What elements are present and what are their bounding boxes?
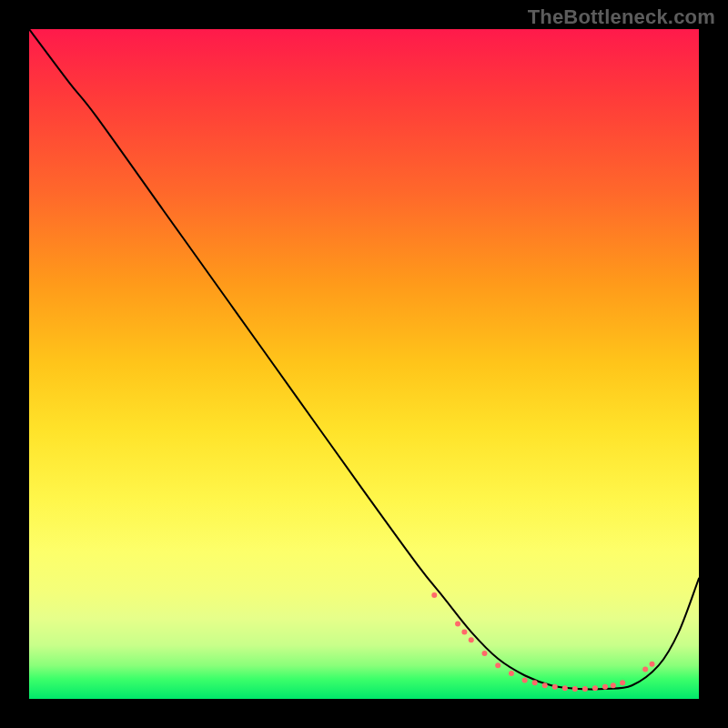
marker-dot xyxy=(552,684,558,690)
marker-dot xyxy=(532,680,538,685)
plot-area xyxy=(29,29,699,699)
marker-dot xyxy=(592,685,598,691)
chart-svg xyxy=(29,29,699,699)
marker-dot xyxy=(522,677,528,682)
marker-dot xyxy=(431,592,437,598)
marker-dot xyxy=(602,684,608,690)
marker-dot xyxy=(582,686,588,692)
marker-dot xyxy=(509,671,514,676)
chart-frame: TheBottleneck.com xyxy=(0,0,728,728)
marker-dot xyxy=(649,662,654,667)
marker-dot xyxy=(572,686,578,692)
marker-dot xyxy=(481,651,487,656)
marker-dot xyxy=(469,637,474,642)
marker-dot xyxy=(642,667,648,672)
marker-dot xyxy=(542,682,548,688)
watermark-text: TheBottleneck.com xyxy=(528,5,715,29)
marker-dot xyxy=(455,622,460,627)
marker-dot xyxy=(495,662,500,668)
marker-dot xyxy=(620,680,625,685)
marker-dot xyxy=(562,685,568,691)
marker-dot xyxy=(611,682,616,688)
valley-markers xyxy=(431,592,654,692)
main-curve xyxy=(29,29,699,689)
marker-dot xyxy=(461,629,467,634)
